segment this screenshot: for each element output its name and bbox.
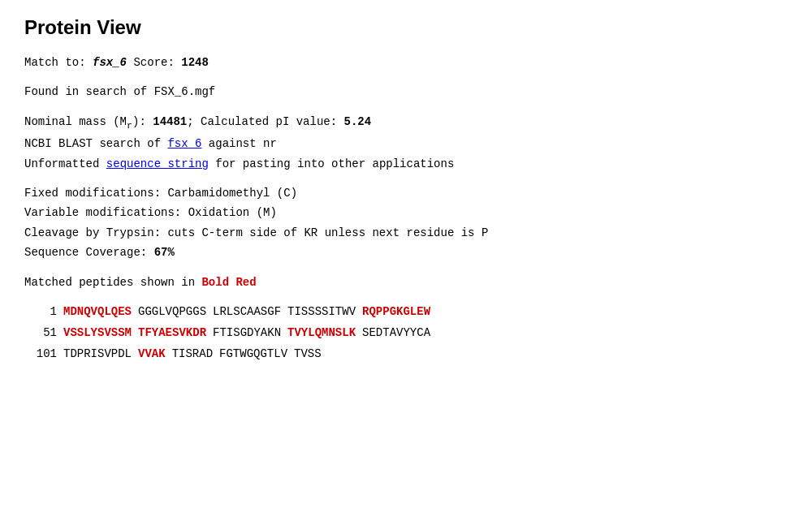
unmatched-peptide: LRLSCAASGF <box>213 303 281 322</box>
variable-mods: Variable modifications: Oxidation (M) <box>24 204 788 222</box>
cleavage: Cleavage by Trypsin: cuts C-term side of… <box>24 224 788 242</box>
sequence-line: 101TDPRISVPDLVVAKTISRADFGTWGQGTLVTVSS <box>24 345 788 364</box>
seq-content: MDNQVQLQESGGGLVQPGGSLRLSCAASGFTISSSSITWV… <box>63 303 430 322</box>
unmatched-peptide: GGGLVQPGGS <box>138 303 206 322</box>
unformatted-suffix: for pasting into other applications <box>209 157 454 170</box>
blast-line: NCBI BLAST search of fsx 6 against nr <box>24 135 788 153</box>
matched-peptide: MDNQVQLQES <box>63 303 132 322</box>
unmatched-peptide: TDPRISVPDL <box>63 345 132 364</box>
mass-prefix: Nominal mass (M <box>24 115 127 128</box>
pi-prefix: ; Calculated pI value: <box>187 115 343 128</box>
sequence-string-link[interactable]: sequence string <box>106 157 209 170</box>
pi-value: 5.24 <box>344 115 372 128</box>
sequence-block: 1MDNQVQLQESGGGLVQPGGSLRLSCAASGFTISSSSITW… <box>24 303 788 364</box>
fixed-mods: Fixed modifications: Carbamidomethyl (C) <box>24 184 788 202</box>
score-label: Score: <box>127 56 181 69</box>
matched-peptide: TVYLQMNSLK <box>287 324 356 343</box>
coverage-value: 67% <box>154 246 175 259</box>
matched-peptide: RQPPGKGLEW <box>362 303 430 322</box>
blast-suffix: against nr <box>201 137 276 150</box>
seq-number: 51 <box>24 324 57 343</box>
matched-notice-prefix: Matched peptides shown in <box>24 276 201 289</box>
protein-name: fsx_6 <box>93 56 127 69</box>
match-line: Match to: fsx_6 Score: 1248 <box>24 54 788 71</box>
sequence-line: 1MDNQVQLQESGGGLVQPGGSLRLSCAASGFTISSSSITW… <box>24 303 788 322</box>
mass-value: 14481 <box>153 115 187 128</box>
nominal-mass-line: Nominal mass (Mr): 14481; Calculated pI … <box>24 113 788 133</box>
matched-peptide: TFYAESVKDR <box>138 324 206 343</box>
unmatched-peptide: TISSSSITWV <box>287 303 356 322</box>
matched-notice-section: Matched peptides shown in Bold Red <box>24 273 788 291</box>
match-section: Match to: fsx_6 Score: 1248 <box>24 54 788 71</box>
unmatched-peptide: FGTWGQGTLV <box>219 345 287 364</box>
unmatched-peptide: TVSS <box>294 345 322 364</box>
coverage-label: Sequence Coverage: <box>24 246 154 259</box>
mass-subscript: r <box>127 120 132 131</box>
matched-peptide: VSSLYSVSSM <box>63 324 132 343</box>
matched-peptide: VVAK <box>138 345 166 364</box>
unmatched-peptide: SEDTAVYYCA <box>362 324 430 343</box>
blast-link[interactable]: fsx 6 <box>167 137 201 150</box>
page-title: Protein View <box>24 16 788 39</box>
modifications-section: Fixed modifications: Carbamidomethyl (C)… <box>24 184 788 262</box>
found-section: Found in search of FSX_6.mgf <box>24 83 788 101</box>
seq-content: VSSLYSVSSMTFYAESVKDRFTISGDYAKNTVYLQMNSLK… <box>63 324 430 343</box>
mass-suffix: ): <box>132 115 153 128</box>
sequence-line: 51VSSLYSVSSMTFYAESVKDRFTISGDYAKNTVYLQMNS… <box>24 324 788 343</box>
found-line: Found in search of FSX_6.mgf <box>24 83 788 101</box>
blast-prefix: NCBI BLAST search of <box>24 137 167 150</box>
unformatted-prefix: Unformatted <box>24 157 106 170</box>
coverage-line: Sequence Coverage: 67% <box>24 243 788 261</box>
unformatted-line: Unformatted sequence string for pasting … <box>24 155 788 173</box>
seq-number: 101 <box>24 345 57 364</box>
seq-content: TDPRISVPDLVVAKTISRADFGTWGQGTLVTVSS <box>63 345 322 364</box>
matched-notice-line: Matched peptides shown in Bold Red <box>24 273 788 291</box>
match-prefix: Match to: <box>24 56 93 69</box>
matched-notice-highlight: Bold Red <box>201 276 256 289</box>
unmatched-peptide: TISRAD <box>172 345 213 364</box>
mass-section: Nominal mass (Mr): 14481; Calculated pI … <box>24 113 788 173</box>
seq-number: 1 <box>24 303 57 322</box>
score-value: 1248 <box>181 56 209 69</box>
unmatched-peptide: FTISGDYAKN <box>213 324 281 343</box>
